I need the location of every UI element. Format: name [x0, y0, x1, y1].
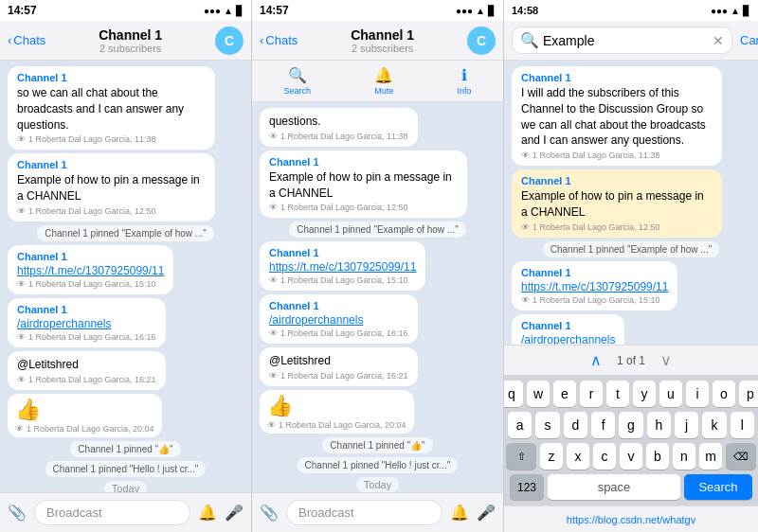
key-d[interactable]: d	[564, 412, 587, 438]
msg-time-1-3: 👁 1 Roberta Dal Lago Garcia, 16:16	[17, 332, 156, 342]
search-msg-channel-2: Channel 1	[521, 267, 668, 278]
channel-name-1: Channel 1	[45, 27, 215, 43]
key-v[interactable]: v	[620, 443, 642, 470]
msg-text-2-1: Example of how to pin a message in a CHA…	[269, 169, 458, 202]
key-c[interactable]: c	[593, 443, 616, 470]
search-results: Channel 1 I will add the subscribers of …	[504, 61, 758, 345]
msg-channel-1-1: Channel 1	[17, 159, 206, 170]
key-r[interactable]: r	[580, 381, 603, 407]
chevron-left-icon-2: ‹	[260, 33, 263, 47]
msg-channel-1-0: Channel 1	[17, 72, 206, 83]
key-u[interactable]: u	[659, 381, 682, 407]
key-x[interactable]: x	[567, 443, 589, 470]
mic-icon-1[interactable]: 🎤	[225, 504, 244, 522]
key-i[interactable]: i	[686, 381, 709, 407]
msg-link-1-2[interactable]: https://t.me/c/1307925099/11	[17, 264, 164, 277]
key-z[interactable]: z	[540, 443, 563, 470]
msg-airdroper-1[interactable]: /airdroperchannels	[17, 317, 156, 330]
toolbar-info-2[interactable]: ℹ Info	[457, 66, 471, 96]
key-h[interactable]: h	[647, 412, 671, 438]
nav-up-arrow[interactable]: ∧	[590, 351, 602, 369]
panel-1: 14:57 ●●● ▲ ▊ ‹ Chats Channel 1 2 subscr…	[0, 0, 252, 532]
search-msg-channel-0: Channel 1	[521, 72, 713, 83]
key-w[interactable]: w	[527, 381, 550, 407]
key-q[interactable]: q	[504, 381, 523, 407]
toolbar-2: 🔍 Search 🔔 Mute ℹ Info	[252, 61, 503, 102]
msg-time-emoji-1: 👁 1 Roberta Dal Lago Garcia, 20:04	[15, 424, 154, 434]
search-airdroper[interactable]: /airdroperchannels	[521, 333, 615, 345]
signal-icon-3: ●●●	[711, 6, 728, 16]
key-p[interactable]: p	[739, 381, 758, 407]
key-y[interactable]: y	[633, 381, 656, 407]
cancel-button[interactable]: Cancel	[740, 33, 758, 47]
chevron-left-icon-1: ‹	[8, 33, 11, 47]
back-button-1[interactable]: ‹ Chats	[8, 33, 45, 47]
key-space[interactable]: space	[548, 474, 680, 500]
search-input[interactable]	[543, 33, 709, 48]
time-2: 14:57	[260, 4, 289, 17]
msg-2-1: Channel 1 Example of how to pin a messag…	[260, 151, 467, 219]
key-f[interactable]: f	[591, 412, 615, 438]
bell-icon-1[interactable]: 🔔	[198, 504, 217, 522]
key-s[interactable]: s	[535, 412, 559, 438]
key-k[interactable]: k	[702, 412, 726, 438]
attachment-icon-1[interactable]: 📎	[8, 504, 27, 522]
pinned-2-2: Channel 1 pinned "Hello ! just cr..."	[298, 457, 459, 473]
panel-2: 14:57 ●●● ▲ ▊ ‹ Chats Channel 1 2 subscr…	[252, 0, 504, 532]
key-m[interactable]: m	[699, 443, 722, 470]
key-o[interactable]: o	[713, 381, 735, 407]
back-label-1: Chats	[13, 33, 45, 47]
subscribers-2: 2 subscribers	[298, 43, 467, 54]
search-bar: 🔍 ✕ Cancel	[504, 21, 758, 61]
key-l[interactable]: l	[731, 412, 754, 438]
key-j[interactable]: j	[675, 412, 698, 438]
back-button-2[interactable]: ‹ Chats	[260, 33, 298, 47]
url-text[interactable]: https://blog.csdn.net/whatgv	[567, 514, 695, 525]
search-time: 14:58	[512, 5, 538, 16]
search-msg-link-2[interactable]: https://t.me/c/1307925099/11	[521, 280, 668, 293]
key-backspace[interactable]: ⌫	[726, 443, 756, 470]
mic-icon-2[interactable]: 🎤	[477, 504, 496, 522]
key-e[interactable]: e	[553, 381, 576, 407]
keyboard-row-3: ⇧ z x c v b n m ⌫	[508, 443, 754, 470]
toolbar-search-2[interactable]: 🔍 Search	[284, 66, 312, 96]
nav-bar-2: ‹ Chats Channel 1 2 subscribers C	[252, 21, 503, 61]
clear-button[interactable]: ✕	[713, 33, 724, 48]
bell-icon-2[interactable]: 🔔	[450, 504, 469, 522]
msg-1-1: Channel 1 Example of how to pin a messag…	[8, 153, 215, 222]
msg-airdroper-2[interactable]: /airdroperchannels	[269, 313, 408, 327]
key-a[interactable]: a	[508, 412, 532, 438]
signal-icon-2: ●●●	[456, 6, 473, 16]
time-1: 14:57	[8, 4, 37, 17]
msg-2-4: @Letitshred 👁 1 Roberta Dal Lago Garcia,…	[260, 347, 418, 386]
pinned-2-0: Channel 1 pinned "Example of how ..."	[289, 222, 466, 238]
pinned-1-2: Channel 1 pinned "Hello ! just cr..."	[45, 461, 207, 477]
toolbar-mute-2[interactable]: 🔔 Mute	[374, 66, 393, 96]
msg-link-2-2[interactable]: https://t.me/c/1307925099/11	[269, 260, 416, 274]
search-input-wrapper: 🔍 ✕	[512, 27, 732, 54]
status-bar-1: 14:57 ●●● ▲ ▊	[0, 0, 251, 21]
pinned-2-1: Channel 1 pinned "👍"	[322, 437, 432, 453]
key-g[interactable]: g	[619, 412, 642, 438]
nav-down-arrow[interactable]: ∨	[660, 351, 672, 369]
search-counter: 1 of 1	[617, 354, 645, 367]
status-icons-2: ●●● ▲ ▊	[456, 6, 496, 16]
msg-emoji-1: 👍 👁 1 Roberta Dal Lago Garcia, 20:04	[8, 394, 162, 437]
key-123[interactable]: 123	[510, 474, 544, 500]
key-t[interactable]: t	[606, 381, 629, 407]
toolbar-search-label-2: Search	[284, 86, 312, 96]
key-n[interactable]: n	[673, 443, 695, 470]
msg-time-2-4: 👁 1 Roberta Dal Lago Garcia, 16:21	[269, 371, 408, 381]
key-shift[interactable]: ⇧	[506, 443, 536, 470]
msg-1-4: @Letitshred 👁 1 Roberta Dal Lago Garcia,…	[8, 351, 166, 390]
broadcast-input-2[interactable]: Broadcast	[286, 500, 442, 525]
battery-icon-1: ▊	[236, 6, 244, 16]
search-panel: 14:58 ●●● ▲ ▊ 🔍 ✕ Cancel Channel 1 I wil…	[504, 0, 758, 532]
broadcast-input-1[interactable]: Broadcast	[34, 500, 190, 525]
attachment-icon-2[interactable]: 📎	[260, 504, 279, 522]
key-b[interactable]: b	[646, 443, 669, 470]
key-search[interactable]: Search	[684, 474, 752, 500]
battery-icon-2: ▊	[488, 6, 496, 16]
msg-emoji-2: 👍 👁 1 Roberta Dal Lago Garcia, 20:04	[260, 390, 414, 434]
keyboard-row-1: q w e r t y u i o p	[508, 381, 754, 407]
